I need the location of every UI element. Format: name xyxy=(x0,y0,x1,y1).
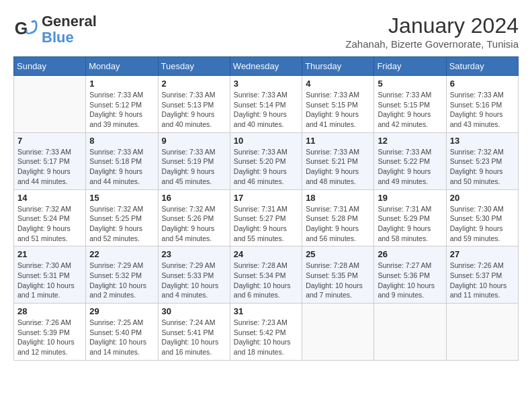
day-number: 8 xyxy=(89,136,154,146)
day-info: Sunrise: 7:24 AM Sunset: 5:41 PM Dayligh… xyxy=(162,318,226,357)
calendar-day-cell: 15Sunrise: 7:32 AM Sunset: 5:25 PM Dayli… xyxy=(86,189,158,246)
day-number: 30 xyxy=(162,306,226,316)
calendar-day-header: Friday xyxy=(374,57,446,76)
day-info: Sunrise: 7:33 AM Sunset: 5:18 PM Dayligh… xyxy=(89,147,154,187)
day-number: 29 xyxy=(89,306,154,316)
calendar-day-cell: 2Sunrise: 7:33 AM Sunset: 5:13 PM Daylig… xyxy=(158,76,230,133)
calendar-day-cell: 3Sunrise: 7:33 AM Sunset: 5:14 PM Daylig… xyxy=(230,76,302,133)
day-info: Sunrise: 7:33 AM Sunset: 5:15 PM Dayligh… xyxy=(378,90,442,130)
day-info: Sunrise: 7:28 AM Sunset: 5:35 PM Dayligh… xyxy=(306,261,370,300)
calendar-day-header: Thursday xyxy=(302,57,374,76)
calendar-day-cell: 6Sunrise: 7:33 AM Sunset: 5:16 PM Daylig… xyxy=(446,76,518,133)
calendar-day-cell: 26Sunrise: 7:27 AM Sunset: 5:36 PM Dayli… xyxy=(374,246,446,304)
calendar-week-row: 28Sunrise: 7:26 AM Sunset: 5:39 PM Dayli… xyxy=(14,304,519,361)
calendar-day-header: Monday xyxy=(86,57,158,76)
day-number: 11 xyxy=(306,136,370,146)
logo-text: GeneralBlue xyxy=(42,13,97,46)
day-info: Sunrise: 7:29 AM Sunset: 5:33 PM Dayligh… xyxy=(162,261,226,300)
day-info: Sunrise: 7:33 AM Sunset: 5:21 PM Dayligh… xyxy=(306,147,370,187)
calendar-day-cell: 11Sunrise: 7:33 AM Sunset: 5:21 PM Dayli… xyxy=(302,132,374,189)
day-number: 20 xyxy=(450,193,515,203)
calendar-day-cell xyxy=(14,76,86,133)
day-info: Sunrise: 7:33 AM Sunset: 5:15 PM Dayligh… xyxy=(306,90,370,130)
calendar-day-cell: 18Sunrise: 7:31 AM Sunset: 5:28 PM Dayli… xyxy=(302,189,374,246)
calendar-day-cell: 19Sunrise: 7:31 AM Sunset: 5:29 PM Dayli… xyxy=(374,189,446,246)
day-info: Sunrise: 7:33 AM Sunset: 5:14 PM Dayligh… xyxy=(234,90,298,130)
day-number: 31 xyxy=(234,306,298,316)
calendar-day-cell: 5Sunrise: 7:33 AM Sunset: 5:15 PM Daylig… xyxy=(374,76,446,133)
day-number: 16 xyxy=(162,193,226,203)
day-info: Sunrise: 7:32 AM Sunset: 5:25 PM Dayligh… xyxy=(89,204,154,244)
day-info: Sunrise: 7:33 AM Sunset: 5:20 PM Dayligh… xyxy=(234,147,298,187)
day-number: 26 xyxy=(378,249,442,259)
day-info: Sunrise: 7:33 AM Sunset: 5:22 PM Dayligh… xyxy=(378,147,442,187)
calendar-day-header: Tuesday xyxy=(158,57,230,76)
day-number: 2 xyxy=(162,79,226,89)
calendar-day-cell: 7Sunrise: 7:33 AM Sunset: 5:17 PM Daylig… xyxy=(14,132,86,189)
calendar-day-cell: 4Sunrise: 7:33 AM Sunset: 5:15 PM Daylig… xyxy=(302,76,374,133)
calendar-day-cell: 10Sunrise: 7:33 AM Sunset: 5:20 PM Dayli… xyxy=(230,132,302,189)
calendar-day-cell: 9Sunrise: 7:33 AM Sunset: 5:19 PM Daylig… xyxy=(158,132,230,189)
calendar-day-cell: 8Sunrise: 7:33 AM Sunset: 5:18 PM Daylig… xyxy=(86,132,158,189)
day-number: 23 xyxy=(162,249,226,259)
calendar-day-cell: 16Sunrise: 7:32 AM Sunset: 5:26 PM Dayli… xyxy=(158,189,230,246)
calendar-week-row: 7Sunrise: 7:33 AM Sunset: 5:17 PM Daylig… xyxy=(14,132,519,189)
day-number: 1 xyxy=(89,79,154,89)
calendar-day-cell: 25Sunrise: 7:28 AM Sunset: 5:35 PM Dayli… xyxy=(302,246,374,304)
day-number: 6 xyxy=(450,79,515,89)
calendar-day-cell: 29Sunrise: 7:25 AM Sunset: 5:40 PM Dayli… xyxy=(86,304,158,361)
day-number: 17 xyxy=(234,193,298,203)
calendar-day-cell xyxy=(302,304,374,361)
day-number: 9 xyxy=(162,136,226,146)
svg-text:G: G xyxy=(15,19,28,38)
calendar-day-cell: 31Sunrise: 7:23 AM Sunset: 5:42 PM Dayli… xyxy=(230,304,302,361)
calendar-day-cell: 27Sunrise: 7:26 AM Sunset: 5:37 PM Dayli… xyxy=(446,246,518,304)
day-info: Sunrise: 7:31 AM Sunset: 5:29 PM Dayligh… xyxy=(378,204,442,244)
day-number: 4 xyxy=(306,79,370,89)
day-number: 18 xyxy=(306,193,370,203)
calendar-day-header: Saturday xyxy=(446,57,518,76)
day-info: Sunrise: 7:23 AM Sunset: 5:42 PM Dayligh… xyxy=(234,318,298,357)
calendar-day-cell: 12Sunrise: 7:33 AM Sunset: 5:22 PM Dayli… xyxy=(374,132,446,189)
calendar-week-row: 14Sunrise: 7:32 AM Sunset: 5:24 PM Dayli… xyxy=(14,189,519,246)
day-number: 13 xyxy=(450,136,515,146)
day-info: Sunrise: 7:33 AM Sunset: 5:13 PM Dayligh… xyxy=(162,90,226,130)
day-number: 14 xyxy=(17,193,82,203)
day-number: 28 xyxy=(17,306,82,316)
calendar-week-row: 1Sunrise: 7:33 AM Sunset: 5:12 PM Daylig… xyxy=(14,76,519,133)
subtitle: Zahanah, Bizerte Governorate, Tunisia xyxy=(345,38,519,50)
day-number: 3 xyxy=(234,79,298,89)
day-info: Sunrise: 7:33 AM Sunset: 5:19 PM Dayligh… xyxy=(162,147,226,187)
day-info: Sunrise: 7:30 AM Sunset: 5:30 PM Dayligh… xyxy=(450,204,515,244)
calendar-day-cell: 20Sunrise: 7:30 AM Sunset: 5:30 PM Dayli… xyxy=(446,189,518,246)
day-info: Sunrise: 7:25 AM Sunset: 5:40 PM Dayligh… xyxy=(89,318,154,357)
calendar-day-cell: 30Sunrise: 7:24 AM Sunset: 5:41 PM Dayli… xyxy=(158,304,230,361)
calendar-day-cell: 13Sunrise: 7:32 AM Sunset: 5:23 PM Dayli… xyxy=(446,132,518,189)
calendar-day-cell: 23Sunrise: 7:29 AM Sunset: 5:33 PM Dayli… xyxy=(158,246,230,304)
day-info: Sunrise: 7:27 AM Sunset: 5:36 PM Dayligh… xyxy=(378,261,442,300)
day-info: Sunrise: 7:30 AM Sunset: 5:31 PM Dayligh… xyxy=(17,261,82,300)
calendar-day-cell: 14Sunrise: 7:32 AM Sunset: 5:24 PM Dayli… xyxy=(14,189,86,246)
day-info: Sunrise: 7:26 AM Sunset: 5:39 PM Dayligh… xyxy=(17,318,82,357)
calendar-week-row: 21Sunrise: 7:30 AM Sunset: 5:31 PM Dayli… xyxy=(14,246,519,304)
day-info: Sunrise: 7:32 AM Sunset: 5:23 PM Dayligh… xyxy=(450,147,515,187)
calendar-day-cell: 22Sunrise: 7:29 AM Sunset: 5:32 PM Dayli… xyxy=(86,246,158,304)
day-number: 19 xyxy=(378,193,442,203)
day-info: Sunrise: 7:33 AM Sunset: 5:17 PM Dayligh… xyxy=(17,147,82,187)
day-number: 10 xyxy=(234,136,298,146)
day-number: 25 xyxy=(306,249,370,259)
calendar-day-cell: 1Sunrise: 7:33 AM Sunset: 5:12 PM Daylig… xyxy=(86,76,158,133)
day-number: 21 xyxy=(17,249,82,259)
calendar-day-cell xyxy=(446,304,518,361)
day-info: Sunrise: 7:32 AM Sunset: 5:26 PM Dayligh… xyxy=(162,204,226,244)
day-info: Sunrise: 7:32 AM Sunset: 5:24 PM Dayligh… xyxy=(17,204,82,244)
day-number: 15 xyxy=(89,193,154,203)
calendar-day-cell: 24Sunrise: 7:28 AM Sunset: 5:34 PM Dayli… xyxy=(230,246,302,304)
day-info: Sunrise: 7:33 AM Sunset: 5:16 PM Dayligh… xyxy=(450,90,515,130)
day-number: 27 xyxy=(450,249,515,259)
day-number: 5 xyxy=(378,79,442,89)
day-number: 22 xyxy=(89,249,154,259)
day-info: Sunrise: 7:26 AM Sunset: 5:37 PM Dayligh… xyxy=(450,261,515,300)
title-block: January 2024 Zahanah, Bizerte Governorat… xyxy=(345,13,519,50)
day-info: Sunrise: 7:29 AM Sunset: 5:32 PM Dayligh… xyxy=(89,261,154,300)
